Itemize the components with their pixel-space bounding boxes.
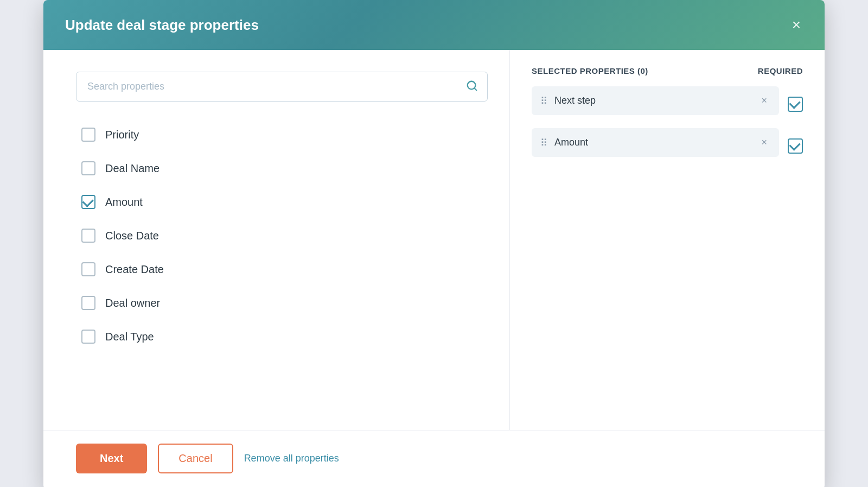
list-item[interactable]: Amount xyxy=(76,185,488,219)
cancel-button[interactable]: Cancel xyxy=(158,444,233,473)
selected-item-amount: ⠿ Amount × xyxy=(532,128,779,157)
create-date-checkbox[interactable] xyxy=(81,262,95,276)
drag-handle-icon[interactable]: ⠿ xyxy=(540,95,548,107)
list-item[interactable]: Priority xyxy=(76,118,488,151)
search-icon xyxy=(466,80,478,94)
modal-container: Update deal stage properties × xyxy=(43,0,825,487)
next-step-required-checkbox[interactable] xyxy=(788,97,803,112)
close-button[interactable]: × xyxy=(790,15,803,35)
list-item[interactable]: Create Date xyxy=(76,252,488,286)
property-label: Create Date xyxy=(105,263,164,276)
deal-owner-checkbox[interactable] xyxy=(81,296,95,310)
drag-handle-icon[interactable]: ⠿ xyxy=(540,137,548,149)
modal-footer: Next Cancel Remove all properties xyxy=(43,430,825,487)
modal-body: Priority Deal Name Amount Close Date xyxy=(43,50,825,430)
left-panel: Priority Deal Name Amount Close Date xyxy=(43,50,510,430)
modal-header: Update deal stage properties × xyxy=(43,0,825,50)
remove-all-button[interactable]: Remove all properties xyxy=(244,453,339,464)
selected-row: ⠿ Next step × xyxy=(532,86,803,122)
priority-checkbox[interactable] xyxy=(81,128,95,142)
selected-row: ⠿ Amount × xyxy=(532,128,803,163)
property-label: Close Date xyxy=(105,230,159,242)
property-label: Priority xyxy=(105,129,139,141)
item-name: Amount xyxy=(554,137,758,148)
property-label: Amount xyxy=(105,196,143,208)
property-label: Deal Name xyxy=(105,162,159,175)
svg-line-1 xyxy=(474,88,476,90)
property-label: Deal owner xyxy=(105,297,160,309)
search-container xyxy=(76,72,488,102)
selected-properties-title: SELECTED PROPERTIES (0) xyxy=(532,66,648,75)
deal-name-checkbox[interactable] xyxy=(81,161,95,175)
selected-item-next-step: ⠿ Next step × xyxy=(532,86,779,115)
search-input[interactable] xyxy=(76,72,488,102)
close-date-checkbox[interactable] xyxy=(81,229,95,243)
deal-type-checkbox[interactable] xyxy=(81,330,95,344)
next-button[interactable]: Next xyxy=(76,444,147,473)
list-item[interactable]: Deal owner xyxy=(76,286,488,320)
right-panel-header: SELECTED PROPERTIES (0) REQUIRED xyxy=(532,66,803,75)
remove-next-step-button[interactable]: × xyxy=(758,94,770,107)
amount-checkbox[interactable] xyxy=(81,195,95,209)
list-item[interactable]: Deal Type xyxy=(76,320,488,353)
list-item[interactable]: Deal Name xyxy=(76,151,488,185)
amount-required-checkbox[interactable] xyxy=(788,138,803,154)
list-item[interactable]: Close Date xyxy=(76,219,488,252)
required-title: REQUIRED xyxy=(758,66,803,75)
property-label: Deal Type xyxy=(105,331,154,343)
item-name: Next step xyxy=(554,95,758,106)
right-panel: SELECTED PROPERTIES (0) REQUIRED ⠿ Next … xyxy=(510,50,825,430)
remove-amount-button[interactable]: × xyxy=(758,136,770,149)
modal-title: Update deal stage properties xyxy=(65,17,259,34)
property-list: Priority Deal Name Amount Close Date xyxy=(76,118,488,353)
